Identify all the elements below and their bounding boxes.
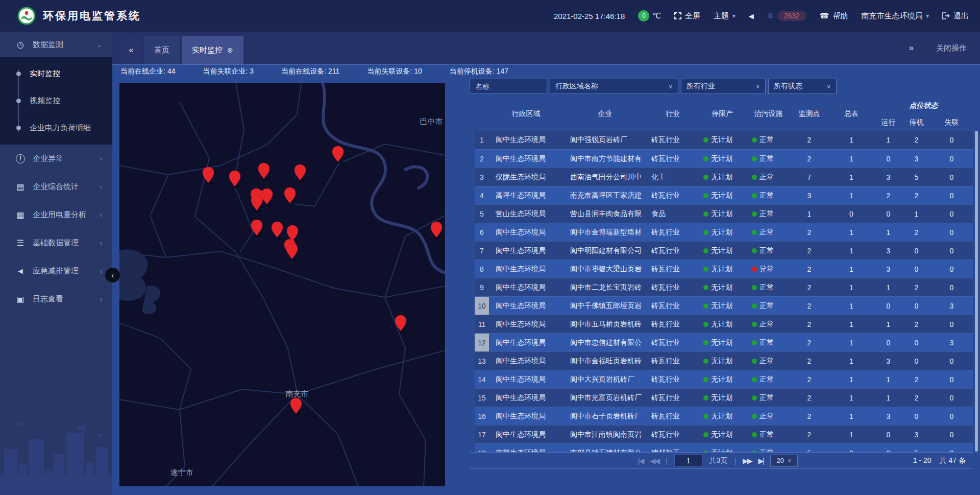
- cell-stop: 2: [902, 320, 930, 328]
- region-select[interactable]: 行政区域名称 ∨: [550, 79, 678, 94]
- cell-stop: 0: [902, 265, 930, 273]
- name-search-input[interactable]: [470, 79, 547, 94]
- cell-rownum: 15: [475, 389, 489, 407]
- cell-company: 阆中市金博瑞新型墙材: [563, 228, 647, 237]
- total-pages-label: 共3页: [709, 456, 728, 465]
- cell-company: 南部县砂石建材有限公: [563, 449, 647, 453]
- chevron-down-icon: ▾: [926, 13, 929, 19]
- page-number-input[interactable]: [674, 455, 703, 467]
- close-icon[interactable]: ⊗: [227, 46, 233, 54]
- cell-industry: 砖瓦行业: [647, 135, 698, 145]
- table-row[interactable]: 11阆中生态环境局阆中市五马桥页岩机砖砖瓦行业无计划正常21120: [475, 315, 973, 333]
- tabs-scroll-left-button[interactable]: «: [121, 36, 141, 64]
- table-row[interactable]: 13阆中生态环境局阆中市金福旺页岩机砖砖瓦行业无计划正常21300: [475, 351, 973, 370]
- table-row[interactable]: 4高坪生态环境局南充市高坪区王家店建砖瓦行业无计划正常31220: [475, 186, 973, 204]
- industry-select[interactable]: 所有行业 ∨: [681, 79, 766, 94]
- cell-region: 阆中生态环境局: [489, 283, 563, 292]
- status-dot-green: [752, 377, 757, 382]
- cell-company: 阆中市南方节能建材有: [563, 154, 647, 163]
- sidebar-item-6[interactable]: ◄应急减排管理‹: [0, 257, 112, 285]
- cell-points: 2: [790, 247, 828, 255]
- table-row[interactable]: 7阆中生态环境局阆中明阳建材有限公司砖瓦行业无计划正常21300: [475, 241, 973, 260]
- table-row[interactable]: 1阆中生态环境局阆中强锐页岩砖厂砖瓦行业无计划正常21120: [475, 131, 973, 149]
- tab-home[interactable]: 首页: [144, 36, 180, 64]
- sidebar-item-1[interactable]: ◷数据监测⌄: [0, 32, 112, 57]
- cell-rownum: 9: [475, 278, 489, 296]
- notification-area[interactable]: 2632: [767, 11, 806, 21]
- cell-limit: 无计划: [698, 283, 747, 292]
- first-page-button[interactable]: |◀: [638, 457, 643, 465]
- chevron-down-icon: ⌄: [96, 41, 102, 49]
- table-row[interactable]: 8阆中生态环境局阆中市枣碧大梁山页岩砖瓦行业无计划异常21300: [475, 260, 973, 278]
- cell-region: 阆中生态环境局: [489, 430, 563, 439]
- cell-rownum: 14: [475, 370, 489, 388]
- cell-company: 阆中市金福旺页岩机砖: [563, 357, 647, 366]
- close-operations-button[interactable]: 关闭操作: [936, 43, 967, 53]
- cell-industry: 砖瓦行业: [647, 154, 698, 163]
- sidebar-subitem[interactable]: 视频监控: [0, 87, 112, 114]
- range-label: 1 - 20: [913, 456, 932, 465]
- sidebar-item-4[interactable]: ▦企业用电量分析‹: [0, 201, 112, 229]
- menu-label: 应急减排管理: [33, 266, 79, 276]
- stat-item: 当前在线设备:211: [281, 67, 339, 76]
- fullscreen-button[interactable]: 全屏: [674, 11, 700, 21]
- cell-region: 阆中生态环境局: [489, 338, 563, 347]
- cell-facility: 正常: [747, 338, 790, 347]
- last-page-button[interactable]: ▶|: [758, 457, 764, 465]
- prev-page-button[interactable]: ◀◀: [650, 457, 659, 465]
- help-button[interactable]: ☎ 帮助: [820, 11, 848, 21]
- theme-menu[interactable]: 主题 ▾: [714, 11, 736, 21]
- table-row[interactable]: 17阆中生态环境局阆中市江南镇阆南页岩砖瓦行业无计划正常21030: [475, 425, 973, 443]
- sidebar-subitem[interactable]: 企业电力负荷明细: [0, 114, 112, 142]
- pager-divider: |: [666, 457, 668, 465]
- menu-label: 基础数据管理: [33, 238, 79, 248]
- cell-rownum: 6: [475, 223, 489, 241]
- logout-button[interactable]: 退出: [942, 11, 969, 21]
- status-dot-green: [752, 285, 757, 290]
- table-row[interactable]: 2阆中生态环境局阆中市南方节能建材有砖瓦行业无计划正常21030: [475, 149, 973, 168]
- tabs-scroll-right-button[interactable]: »: [909, 43, 914, 53]
- map-panel[interactable]: 巴中市南充市遂宁市: [119, 83, 445, 486]
- org-menu[interactable]: 南充市生态环境局 ▾: [861, 11, 929, 21]
- table-row[interactable]: 5营山生态环境局营山县润丰肉食品有限食品无计划正常10010: [475, 204, 973, 223]
- cell-stop: 2: [902, 192, 930, 200]
- table-row[interactable]: 3仪陇生态环境局西南油气田分公司川中化工无计划正常71350: [475, 168, 973, 186]
- table-scrollbar[interactable]: [975, 131, 978, 452]
- page-size-select[interactable]: 20 ∨: [770, 455, 798, 467]
- sidebar-item-5[interactable]: ☰基础数据管理‹: [0, 229, 112, 257]
- sidebar-item-3[interactable]: ▤企业综合统计‹: [0, 173, 112, 201]
- status-dot-green: [703, 156, 708, 161]
- cell-lost: 0: [930, 136, 973, 144]
- map-city-label: 南充市: [286, 389, 309, 398]
- table-row[interactable]: 18南部生态环境局南部县砂石建材有限公建材加工无计划正常50050: [475, 443, 973, 452]
- top-header: 环保用电监管系统 2021-02-25 17:46:18 0 ℃ 全屏 主题 ▾…: [0, 0, 980, 32]
- tab-realtime-monitor[interactable]: 实时监控 ⊗: [182, 36, 243, 64]
- table-row[interactable]: 10阆中生态环境局阆中千佛镇五郎垭页岩砖瓦行业无计划正常21003: [475, 296, 973, 315]
- stat-item: 当前失联企业:3: [203, 67, 254, 76]
- table-row[interactable]: 14阆中生态环境局阆中大兴页岩机砖厂砖瓦行业无计划正常21120: [475, 370, 973, 388]
- table-row[interactable]: 12阆中生态环境局阆中市忠信建材有限公砖瓦行业无计划正常21003: [475, 333, 973, 351]
- cell-company: 南充市高坪区王家店建: [563, 191, 647, 200]
- cell-run: 3: [874, 412, 902, 420]
- table-row[interactable]: 9阆中生态环境局阆中市二龙长宝页岩砖砖瓦行业无计划正常21120: [475, 278, 973, 296]
- panel-collapse-button[interactable]: ‹: [105, 268, 120, 282]
- cell-points: 2: [790, 394, 828, 402]
- table-row[interactable]: 15阆中生态环境局阆中市光富页岩机砖厂砖瓦行业无计划正常21120: [475, 388, 973, 407]
- cell-facility: 正常: [747, 173, 790, 182]
- next-page-button[interactable]: ▶▶: [743, 457, 752, 465]
- cell-lost: 3: [930, 339, 973, 347]
- table-row[interactable]: 16阆中生态环境局阆中市石子页岩机砖厂砖瓦行业无计划正常21300: [475, 407, 973, 425]
- sidebar-item-7[interactable]: ▣日志查看‹: [0, 285, 112, 313]
- cell-facility: 正常: [747, 357, 790, 366]
- col-company: 企业: [563, 97, 647, 131]
- cell-facility: 正常: [747, 135, 790, 145]
- cell-lost: 0: [930, 375, 973, 384]
- status-dot-green: [703, 359, 708, 364]
- status-select[interactable]: 所有状态 ∨: [768, 79, 837, 94]
- table-row[interactable]: 6阆中生态环境局阆中市金博瑞新型墙材砖瓦行业无计划正常21120: [475, 223, 973, 241]
- sidebar-subitem[interactable]: 实时监控: [0, 60, 112, 87]
- cell-limit: 无计划: [698, 449, 747, 453]
- speaker-icon[interactable]: ◀: [749, 12, 754, 20]
- sidebar-item-2[interactable]: !企业异常‹: [0, 145, 112, 173]
- cell-region: 阆中生态环境局: [489, 393, 563, 403]
